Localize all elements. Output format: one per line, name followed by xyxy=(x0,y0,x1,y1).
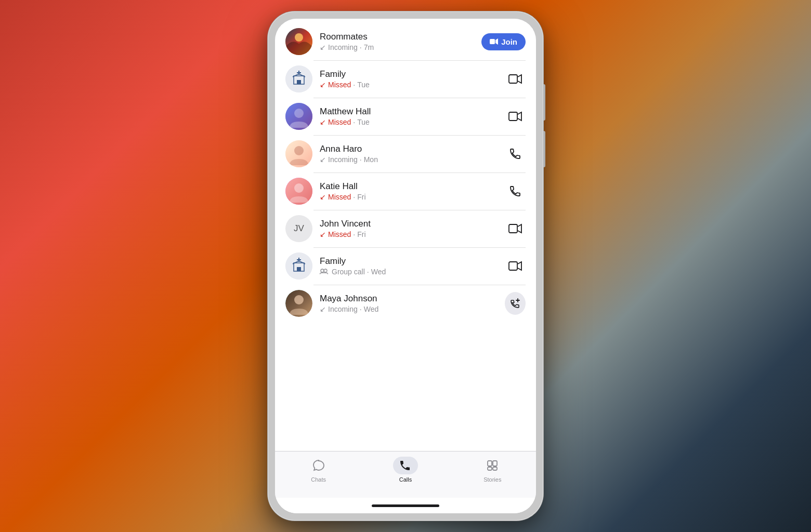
call-item-family1[interactable]: Family Missed · Tue xyxy=(275,60,536,98)
call-info-family2: Family Group call · Wed xyxy=(320,256,498,276)
svg-point-4 xyxy=(285,65,312,92)
new-call-button[interactable] xyxy=(505,292,526,315)
nav-label-calls: Calls xyxy=(399,476,412,483)
call-item-john[interactable]: JV John Vincent Missed · Fri xyxy=(275,210,536,247)
call-detail-family1: Missed · Tue xyxy=(320,81,498,89)
nav-item-calls[interactable]: Calls xyxy=(362,457,449,483)
bottom-nav: Chats Calls xyxy=(275,451,536,498)
svg-rect-25 xyxy=(509,262,517,270)
call-detail-matthew: Missed · Tue xyxy=(320,118,498,126)
call-item-family2[interactable]: Family Group call · Wed xyxy=(275,247,536,285)
call-item-maya[interactable]: Maya Johnson Incoming · Wed xyxy=(275,285,536,322)
nav-icon-calls xyxy=(393,457,418,474)
avatar-family1 xyxy=(285,65,312,92)
svg-point-18 xyxy=(285,252,312,280)
join-button-roommates[interactable]: Join xyxy=(481,33,526,50)
arrow-icon-anna xyxy=(320,155,326,164)
call-name-john: John Vincent xyxy=(320,219,498,229)
arrow-icon-maya xyxy=(320,305,326,313)
join-label: Join xyxy=(501,37,517,46)
call-name-maya: Maya Johnson xyxy=(320,294,498,304)
call-action-john[interactable] xyxy=(505,218,526,239)
svg-point-16 xyxy=(294,183,304,193)
call-info-anna: Anna Haro Incoming · Mon xyxy=(320,144,498,164)
video-icon-join xyxy=(490,38,498,45)
avatar-initials-john: JV xyxy=(294,223,304,234)
avatar-family2 xyxy=(285,252,312,280)
nav-label-stories: Stories xyxy=(483,476,501,483)
arrow-icon-roommates xyxy=(320,43,326,51)
call-info-family1: Family Missed · Tue xyxy=(320,69,498,89)
phone-frame: Roommates Incoming · 7m xyxy=(268,11,543,521)
call-action-anna[interactable] xyxy=(505,143,526,164)
svg-point-14 xyxy=(294,146,304,155)
svg-marker-3 xyxy=(495,38,498,45)
svg-point-23 xyxy=(321,269,324,272)
svg-rect-12 xyxy=(509,112,517,121)
call-info-john: John Vincent Missed · Fri xyxy=(320,219,498,238)
call-detail-katie: Missed · Fri xyxy=(320,193,498,201)
svg-rect-9 xyxy=(509,75,517,83)
avatar-maya xyxy=(285,290,312,317)
group-icon xyxy=(320,269,328,275)
home-bar xyxy=(372,504,439,507)
svg-rect-17 xyxy=(509,224,517,233)
svg-point-27 xyxy=(294,295,304,304)
call-detail-roommates: Incoming · 7m xyxy=(320,43,474,51)
avatar-roommates xyxy=(285,28,312,55)
svg-point-1 xyxy=(295,33,303,42)
call-name-roommates: Roommates xyxy=(320,32,474,42)
svg-rect-22 xyxy=(297,267,301,271)
calls-list: Roommates Incoming · 7m xyxy=(275,19,536,451)
svg-rect-8 xyxy=(297,80,301,84)
call-detail-family2: Group call · Wed xyxy=(320,268,498,276)
call-detail-maya: Incoming · Wed xyxy=(320,305,498,313)
call-action-family2[interactable] xyxy=(505,256,526,276)
svg-point-11 xyxy=(294,109,304,118)
svg-point-24 xyxy=(324,269,327,272)
svg-rect-31 xyxy=(493,461,497,466)
call-detail-john: Missed · Fri xyxy=(320,230,498,238)
avatar-katie xyxy=(285,178,312,205)
svg-rect-33 xyxy=(493,467,497,470)
call-item-matthew[interactable]: Matthew Hall Missed · Tue xyxy=(275,98,536,135)
call-action-maya[interactable] xyxy=(505,293,526,314)
avatar-john: JV xyxy=(285,215,312,242)
avatar-anna xyxy=(285,140,312,167)
call-name-anna: Anna Haro xyxy=(320,144,498,154)
nav-item-stories[interactable]: Stories xyxy=(449,457,536,483)
call-name-katie: Katie Hall xyxy=(320,181,498,192)
arrow-icon-matthew xyxy=(320,118,326,126)
nav-icon-stories xyxy=(480,457,505,474)
svg-rect-30 xyxy=(488,461,492,466)
call-action-matthew[interactable] xyxy=(505,106,526,127)
nav-label-chats: Chats xyxy=(311,476,326,483)
home-indicator xyxy=(275,498,536,513)
call-item-katie[interactable]: Katie Hall Missed · Fri xyxy=(275,172,536,210)
arrow-icon-john xyxy=(320,230,326,238)
call-detail-anna: Incoming · Mon xyxy=(320,155,498,164)
call-action-family1[interactable] xyxy=(505,69,526,89)
svg-rect-2 xyxy=(490,39,495,44)
call-info-maya: Maya Johnson Incoming · Wed xyxy=(320,294,498,313)
phone-wrapper: Roommates Incoming · 7m xyxy=(268,11,543,521)
call-name-family2: Family xyxy=(320,256,498,267)
arrow-icon-family1 xyxy=(320,81,326,89)
screen-content: Roommates Incoming · 7m xyxy=(275,19,536,513)
call-info-roommates: Roommates Incoming · 7m xyxy=(320,32,474,51)
call-info-katie: Katie Hall Missed · Fri xyxy=(320,181,498,201)
call-item-roommates[interactable]: Roommates Incoming · 7m xyxy=(275,23,536,60)
avatar-matthew xyxy=(285,103,312,130)
call-name-matthew: Matthew Hall xyxy=(320,107,498,117)
nav-item-chats[interactable]: Chats xyxy=(275,457,362,483)
nav-icon-chats xyxy=(306,457,331,474)
call-info-matthew: Matthew Hall Missed · Tue xyxy=(320,107,498,126)
arrow-icon-katie xyxy=(320,193,326,201)
call-name-family1: Family xyxy=(320,69,498,79)
svg-rect-32 xyxy=(488,467,492,470)
call-action-katie[interactable] xyxy=(505,181,526,202)
call-item-anna[interactable]: Anna Haro Incoming · Mon xyxy=(275,135,536,172)
phone-screen: Roommates Incoming · 7m xyxy=(275,19,536,513)
